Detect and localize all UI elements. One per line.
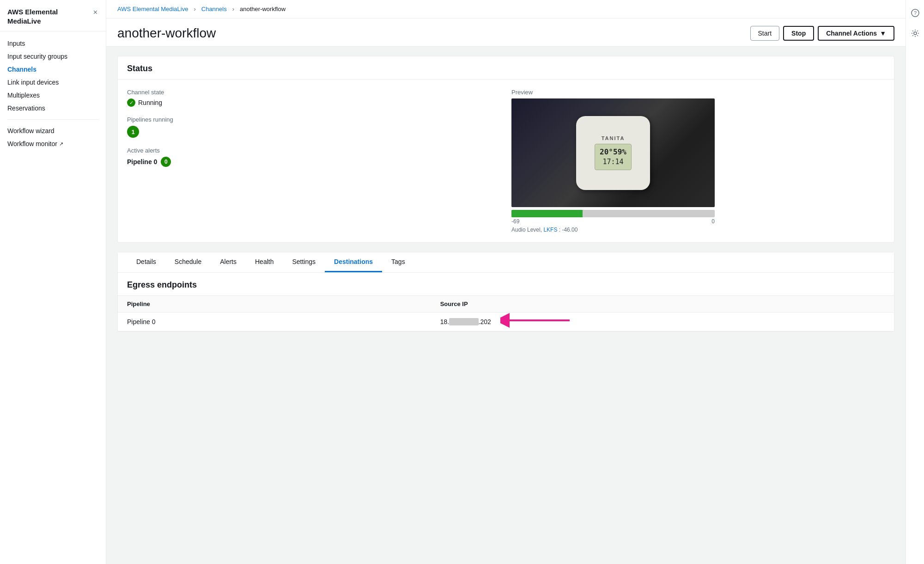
sidebar-item-multiplexes[interactable]: Multiplexes	[0, 89, 106, 102]
col-pipeline-header: Pipeline	[118, 296, 431, 313]
tab-alerts[interactable]: Alerts	[211, 252, 246, 272]
egress-section-title: Egress endpoints	[118, 273, 894, 296]
active-alerts-group: Active alerts Pipeline 0 0	[127, 147, 500, 167]
breadcrumb-separator-1: ›	[194, 6, 195, 12]
audio-bar-fill	[511, 210, 583, 217]
sidebar: AWS Elemental MediaLive × Inputs Input s…	[0, 0, 106, 564]
content-area: Status Channel state ✓ Running	[106, 47, 906, 350]
tanita-display: 20°59% 17:14	[595, 144, 632, 170]
dropdown-icon: ▼	[880, 30, 886, 37]
tabs-and-content-card: Details Schedule Alerts Health Settings …	[117, 252, 894, 332]
sidebar-item-inputs[interactable]: Inputs	[0, 37, 106, 50]
egress-table: Pipeline Source IP Pipeline 0 18.███.█	[118, 296, 894, 331]
breadcrumb-current: another-workflow	[240, 6, 286, 12]
channel-state-label: Channel state	[127, 89, 500, 96]
pipeline-0-alert-badge: 0	[161, 157, 171, 167]
breadcrumb-bar: AWS Elemental MediaLive › Channels › ano…	[106, 0, 906, 18]
sidebar-item-link-input-devices[interactable]: Link input devices	[0, 76, 106, 89]
header-actions: Start Stop Channel Actions ▼	[750, 26, 894, 41]
tanita-device: TANITA 20°59% 17:14	[576, 116, 650, 190]
tab-schedule[interactable]: Schedule	[165, 252, 211, 272]
tabs-container: Details Schedule Alerts Health Settings …	[118, 252, 894, 273]
preview-image: TANITA 20°59% 17:14	[511, 98, 715, 207]
source-ip-blurred: ███.███	[449, 318, 478, 325]
help-icon: ?	[911, 9, 919, 17]
tab-settings[interactable]: Settings	[283, 252, 325, 272]
channel-actions-button[interactable]: Channel Actions ▼	[818, 26, 894, 41]
tab-details[interactable]: Details	[127, 252, 165, 272]
sidebar-item-workflow-monitor[interactable]: Workflow monitor ↗	[0, 137, 106, 150]
breadcrumb-link-channels[interactable]: Channels	[201, 6, 227, 12]
breadcrumb-separator-2: ›	[232, 6, 234, 12]
right-icon-panel: ?	[906, 0, 924, 564]
pink-arrow-annotation	[500, 309, 574, 332]
pipeline-0-label: Pipeline 0	[127, 158, 157, 166]
audio-bar-min: -69	[511, 218, 519, 225]
pipelines-running-group: Pipelines running 1	[127, 116, 500, 138]
start-button[interactable]: Start	[750, 26, 780, 41]
sidebar-item-reservations[interactable]: Reservations	[0, 102, 106, 115]
external-link-icon: ↗	[59, 141, 63, 147]
gear-icon	[911, 29, 919, 37]
preview-canvas: TANITA 20°59% 17:14	[511, 98, 715, 207]
sidebar-item-input-security-groups[interactable]: Input security groups	[0, 50, 106, 63]
lkfs-link[interactable]: LKFS	[543, 227, 559, 233]
tanita-brand: TANITA	[602, 135, 625, 141]
sidebar-divider	[7, 119, 98, 120]
tab-health[interactable]: Health	[246, 252, 283, 272]
settings-icon-button[interactable]	[908, 26, 923, 41]
channel-state-group: Channel state ✓ Running	[127, 89, 500, 107]
preview-label: Preview	[511, 89, 885, 96]
preview-section: Preview TANITA 20°59% 17:14	[511, 89, 885, 233]
status-card-title: Status	[127, 64, 885, 74]
status-card: Status Channel state ✓ Running	[117, 56, 894, 243]
tabs-list: Details Schedule Alerts Health Settings …	[118, 252, 894, 272]
table-row: Pipeline 0 18.███.███.202	[118, 313, 894, 331]
running-icon: ✓	[127, 98, 135, 107]
svg-text:?: ?	[913, 10, 916, 16]
breadcrumb-link-medialive[interactable]: AWS Elemental MediaLive	[117, 6, 188, 12]
pipeline-0-alerts-row: Pipeline 0 0	[127, 157, 500, 167]
pipelines-badge: 1	[127, 126, 139, 138]
status-card-header: Status	[118, 56, 894, 80]
source-ip-prefix: 18.	[440, 318, 449, 325]
audio-bar-max: 0	[711, 218, 715, 225]
status-card-body: Channel state ✓ Running Pipelines runnin…	[118, 80, 894, 242]
tab-destinations[interactable]: Destinations	[325, 252, 382, 272]
pipeline-0-cell: Pipeline 0	[118, 313, 431, 331]
svg-point-3	[914, 32, 917, 35]
main-content: AWS Elemental MediaLive › Channels › ano…	[106, 0, 906, 564]
sidebar-item-channels[interactable]: Channels	[0, 63, 106, 76]
audio-bar-container: -69 0 Audio Level, LKFS : -46.00	[511, 210, 715, 233]
audio-bar-track	[511, 210, 715, 217]
app-title: AWS Elemental MediaLive	[7, 7, 58, 25]
audio-bar-labels: -69 0	[511, 218, 715, 225]
source-ip-cell: 18.███.███.202	[431, 313, 894, 331]
sidebar-navigation: Inputs Input security groups Channels Li…	[0, 31, 106, 156]
sidebar-close-button[interactable]: ×	[92, 7, 98, 18]
source-ip-with-arrow: 18.███.███.202	[440, 318, 491, 325]
active-alerts-label: Active alerts	[127, 147, 500, 154]
status-grid: Channel state ✓ Running Pipelines runnin…	[127, 89, 885, 233]
egress-endpoints-section: Egress endpoints Pipeline Source IP	[118, 273, 894, 331]
help-icon-button[interactable]: ?	[908, 6, 923, 20]
stop-button[interactable]: Stop	[783, 26, 814, 41]
sidebar-header: AWS Elemental MediaLive ×	[0, 0, 106, 31]
sidebar-item-workflow-wizard[interactable]: Workflow wizard	[0, 124, 106, 137]
page-title: another-workflow	[117, 26, 216, 41]
pipelines-running-value: 1	[127, 126, 500, 138]
tab-tags[interactable]: Tags	[382, 252, 414, 272]
channel-state-value: ✓ Running	[127, 98, 500, 107]
status-info-section: Channel state ✓ Running Pipelines runnin…	[127, 89, 500, 233]
source-ip-suffix: .202	[479, 318, 491, 325]
audio-level-text: Audio Level, LKFS : -46.00	[511, 227, 715, 233]
pipelines-running-label: Pipelines running	[127, 116, 500, 123]
page-header: another-workflow Start Stop Channel Acti…	[106, 18, 906, 47]
egress-table-container: Pipeline Source IP Pipeline 0 18.███.█	[118, 296, 894, 331]
